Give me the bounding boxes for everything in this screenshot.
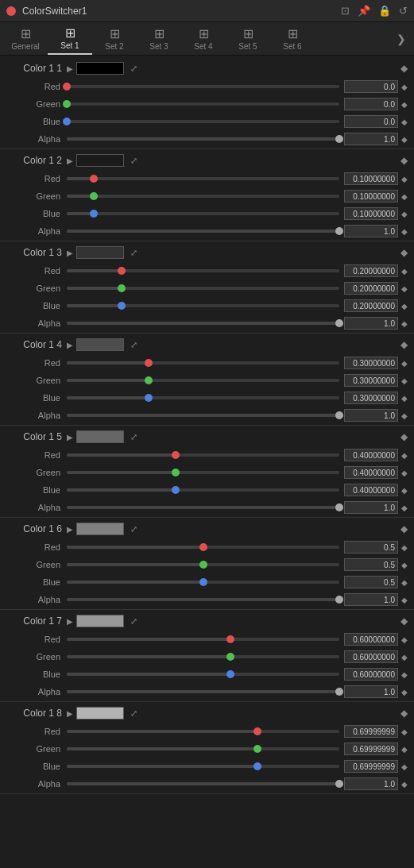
pin-icon-5[interactable]: ⤢ (130, 432, 137, 442)
tab-set3[interactable]: ⊞ Set 3 (137, 23, 181, 54)
slider-value-7-blue[interactable]: 0.60000000 (344, 668, 398, 681)
row-diamond-7-blue[interactable]: ◆ (401, 670, 408, 679)
expand-arrow-1[interactable]: ▶ (67, 64, 73, 73)
color-swatch-3[interactable] (76, 246, 124, 259)
slider-value-2-red[interactable]: 0.10000000 (344, 172, 398, 185)
row-diamond-7-red[interactable]: ◆ (401, 635, 408, 644)
slider-thumb-4-blue[interactable] (145, 394, 153, 402)
slider-value-6-red[interactable]: 0.5 (344, 541, 398, 554)
slider-track-3-alpha[interactable] (67, 322, 339, 325)
slider-thumb-5-alpha[interactable] (335, 503, 343, 511)
row-diamond-8-alpha[interactable]: ◆ (401, 780, 408, 789)
slider-track-6-green[interactable] (67, 563, 339, 566)
row-diamond-1-red[interactable]: ◆ (401, 83, 408, 91)
slider-thumb-5-blue[interactable] (172, 486, 180, 494)
header-diamond-8[interactable]: ◆ (400, 708, 408, 719)
row-diamond-6-alpha[interactable]: ◆ (401, 596, 408, 604)
slider-value-1-alpha[interactable]: 1.0 (344, 133, 398, 145)
slider-value-2-green[interactable]: 0.10000000 (344, 190, 398, 203)
slider-value-7-green[interactable]: 0.60000000 (344, 650, 398, 663)
slider-thumb-1-blue[interactable] (63, 118, 71, 125)
slider-thumb-1-alpha[interactable] (335, 135, 343, 143)
tab-set4[interactable]: ⊞ Set 4 (181, 23, 226, 54)
row-diamond-4-green[interactable]: ◆ (401, 376, 408, 385)
row-diamond-4-alpha[interactable]: ◆ (401, 411, 408, 420)
slider-thumb-5-green[interactable] (172, 469, 180, 476)
slider-value-7-red[interactable]: 0.60000000 (344, 633, 398, 646)
row-diamond-6-red[interactable]: ◆ (401, 543, 408, 552)
header-diamond-6[interactable]: ◆ (400, 523, 408, 534)
slider-value-5-alpha[interactable]: 1.0 (344, 501, 398, 514)
row-diamond-5-green[interactable]: ◆ (401, 469, 408, 477)
slider-value-2-alpha[interactable]: 1.0 (344, 225, 398, 237)
color-swatch-4[interactable] (76, 338, 124, 351)
slider-track-4-red[interactable] (67, 361, 339, 365)
row-diamond-2-red[interactable]: ◆ (401, 175, 408, 183)
slider-thumb-3-alpha[interactable] (335, 319, 343, 327)
slider-value-6-green[interactable]: 0.5 (344, 558, 398, 571)
slider-track-7-blue[interactable] (67, 673, 339, 676)
pin-icon-1[interactable]: ⤢ (130, 64, 137, 74)
slider-value-3-alpha[interactable]: 1.0 (344, 317, 398, 330)
slider-track-1-alpha[interactable] (67, 137, 339, 141)
slider-value-4-blue[interactable]: 0.30000000 (344, 392, 398, 404)
slider-track-6-red[interactable] (67, 546, 339, 549)
slider-thumb-6-red[interactable] (199, 543, 207, 551)
color-swatch-1[interactable] (76, 62, 124, 75)
slider-value-7-alpha[interactable]: 1.0 (344, 685, 398, 698)
window-icon-3[interactable]: 🔒 (378, 5, 391, 17)
slider-track-1-green[interactable] (67, 102, 339, 106)
slider-thumb-1-red[interactable] (63, 83, 71, 91)
pin-icon-8[interactable]: ⤢ (130, 708, 137, 719)
expand-arrow-5[interactable]: ▶ (67, 433, 73, 442)
slider-thumb-2-blue[interactable] (90, 210, 98, 218)
slider-track-6-blue[interactable] (67, 581, 339, 584)
slider-thumb-6-blue[interactable] (199, 578, 207, 586)
row-diamond-1-green[interactable]: ◆ (401, 100, 408, 109)
row-diamond-5-alpha[interactable]: ◆ (401, 503, 408, 512)
slider-track-7-alpha[interactable] (67, 690, 339, 693)
pin-icon-4[interactable]: ⤢ (130, 340, 137, 350)
expand-arrow-8[interactable]: ▶ (67, 709, 73, 718)
slider-value-5-green[interactable]: 0.40000000 (344, 466, 398, 479)
slider-value-6-blue[interactable]: 0.5 (344, 576, 398, 588)
pin-icon-7[interactable]: ⤢ (130, 616, 137, 627)
slider-thumb-3-blue[interactable] (118, 302, 126, 310)
slider-track-7-red[interactable] (67, 638, 339, 641)
row-diamond-7-green[interactable]: ◆ (401, 653, 408, 662)
header-diamond-1[interactable]: ◆ (400, 63, 408, 74)
slider-track-2-blue[interactable] (67, 212, 339, 215)
slider-thumb-6-green[interactable] (199, 561, 207, 569)
slider-thumb-4-green[interactable] (145, 376, 153, 384)
slider-value-1-blue[interactable]: 0.0 (344, 115, 398, 128)
tab-general[interactable]: ⊞ General (3, 23, 48, 54)
slider-track-8-alpha[interactable] (67, 782, 339, 785)
slider-thumb-3-red[interactable] (118, 267, 126, 275)
slider-track-8-blue[interactable] (67, 765, 339, 768)
slider-thumb-3-green[interactable] (118, 284, 126, 292)
row-diamond-2-alpha[interactable]: ◆ (401, 227, 408, 236)
tab-set2[interactable]: ⊞ Set 2 (92, 23, 137, 54)
row-diamond-7-alpha[interactable]: ◆ (401, 688, 408, 696)
slider-track-5-alpha[interactable] (67, 506, 339, 509)
header-diamond-7[interactable]: ◆ (400, 615, 408, 627)
slider-thumb-2-alpha[interactable] (335, 227, 343, 235)
slider-track-2-alpha[interactable] (67, 230, 339, 233)
row-diamond-2-blue[interactable]: ◆ (401, 210, 408, 218)
slider-thumb-2-green[interactable] (90, 192, 98, 200)
color-swatch-8[interactable] (76, 707, 124, 719)
slider-value-3-red[interactable]: 0.20000000 (344, 264, 398, 277)
row-diamond-5-red[interactable]: ◆ (401, 451, 408, 460)
pin-icon-6[interactable]: ⤢ (130, 524, 137, 534)
slider-value-5-blue[interactable]: 0.40000000 (344, 484, 398, 496)
row-diamond-3-alpha[interactable]: ◆ (401, 319, 408, 328)
slider-value-6-alpha[interactable]: 1.0 (344, 593, 398, 606)
slider-track-6-alpha[interactable] (67, 598, 339, 601)
row-diamond-2-green[interactable]: ◆ (401, 192, 408, 201)
slider-thumb-7-alpha[interactable] (335, 688, 343, 696)
color-swatch-6[interactable] (76, 523, 124, 535)
row-diamond-3-blue[interactable]: ◆ (401, 302, 408, 311)
slider-track-3-red[interactable] (67, 269, 339, 272)
slider-thumb-8-red[interactable] (253, 727, 261, 735)
slider-thumb-7-blue[interactable] (226, 670, 234, 678)
